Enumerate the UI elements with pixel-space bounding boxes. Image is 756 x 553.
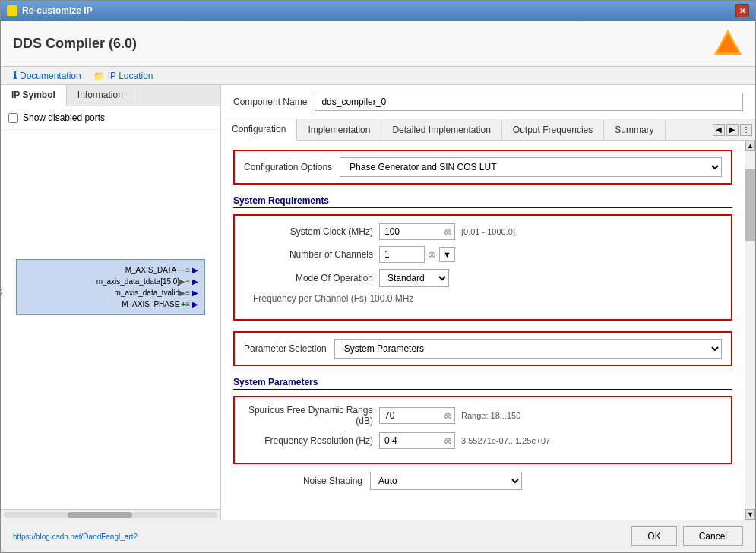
component-name-label: Component Name xyxy=(233,96,307,107)
noise-shaping-select[interactable]: Auto None Dithering xyxy=(370,472,522,490)
window-icon xyxy=(7,5,17,16)
h-scroll-track[interactable] xyxy=(4,512,217,518)
main-window: Re-customize IP ✕ DDS Compiler (6.0) ℹ D… xyxy=(0,0,756,553)
ip-location-link[interactable]: 📁 IP Location xyxy=(93,71,153,81)
nav-bar: ℹ Documentation 📁 IP Location xyxy=(1,67,755,85)
config-content: Configuration Options Phase Generator an… xyxy=(221,141,745,520)
ok-button[interactable]: OK xyxy=(631,526,676,546)
sfdr-range: Range: 18...150 xyxy=(461,411,520,420)
left-panel: IP Symbol Information Show disabled port… xyxy=(1,85,221,520)
port-hash-3: ≡ xyxy=(185,277,190,286)
tab-output-frequencies[interactable]: Output Frequencies xyxy=(502,120,604,140)
documentation-label: Documentation xyxy=(20,71,81,81)
v-scroll-track[interactable] xyxy=(745,151,755,509)
system-params-header: System Parameters xyxy=(233,377,732,390)
system-requirements-box: System Clock (MHz) ⊗ [0.01 - 1000.0] Num… xyxy=(233,214,732,321)
left-tab-bar: IP Symbol Information xyxy=(1,85,220,106)
m-axis-data-minus[interactable]: — xyxy=(176,266,184,274)
num-channels-clear-btn[interactable]: ⊗ xyxy=(428,249,436,261)
content-area: IP Symbol Information Show disabled port… xyxy=(1,85,755,520)
ip-symbol-area: lk M_AXIS_DATA — ≡ m_axis_data_tdata[15:… xyxy=(1,130,220,509)
tab-arrow-left[interactable]: ◀ xyxy=(713,124,725,136)
config-tabs: Configuration Implementation Detailed Im… xyxy=(221,119,755,141)
sfdr-clear-btn[interactable]: ⊗ xyxy=(444,411,452,421)
port-tvalid-label: m_axis_data_tvalid xyxy=(115,289,180,297)
tab-implementation[interactable]: Implementation xyxy=(297,120,381,140)
config-options-label: Configuration Options xyxy=(244,162,332,172)
port-tdata-label: m_axis_data_tdata[15:0] xyxy=(96,277,180,286)
port-tvalid: m_axis_data_tvalid ▶ ≡ xyxy=(20,287,201,299)
freq-res-range: 3.55271e-07...1.25e+07 xyxy=(461,436,550,445)
tab-summary[interactable]: Summary xyxy=(604,120,665,140)
system-params-box: Spurious Free Dynamic Range (dB) ⊗ Range… xyxy=(233,396,732,464)
port-hash-5: ≡ xyxy=(185,289,190,297)
system-clock-clear-btn[interactable]: ⊗ xyxy=(444,227,452,237)
system-clock-range: [0.01 - 1000.0] xyxy=(461,227,515,236)
noise-shaping-label: Noise Shaping xyxy=(233,476,362,486)
tab-information[interactable]: Information xyxy=(67,85,134,106)
lk-label: lk xyxy=(1,287,2,295)
param-selection-row: Parameter Selection System Parameters Ha… xyxy=(233,331,732,366)
num-channels-row: Number of Channels ⊗ ▼ xyxy=(244,246,722,263)
port-hash-2: ▶ xyxy=(179,277,185,286)
sfdr-label: Spurious Free Dynamic Range (dB) xyxy=(244,405,373,426)
show-disabled-ports-checkbox[interactable] xyxy=(8,113,18,123)
tab-configuration[interactable]: Configuration xyxy=(221,119,297,141)
cancel-button[interactable]: Cancel xyxy=(683,526,743,546)
port-hash-6: ≡ xyxy=(185,300,190,308)
documentation-link[interactable]: ℹ Documentation xyxy=(13,70,81,81)
system-requirements-header: System Requirements xyxy=(233,195,732,208)
channels-controls: ⊗ ▼ xyxy=(379,246,455,263)
freq-res-clear-btn[interactable]: ⊗ xyxy=(444,436,452,446)
mode-of-operation-row: Mode Of Operation Standard Rasterized xyxy=(244,269,722,287)
v-scrollbar[interactable]: ▲ ▼ xyxy=(745,141,755,520)
show-disabled-ports-row: Show disabled ports xyxy=(1,106,220,130)
config-options-select[interactable]: Phase Generator and SIN COS LUT Phase Ge… xyxy=(340,157,722,177)
title-bar: Re-customize IP ✕ xyxy=(1,1,755,21)
scroll-up-btn[interactable]: ▲ xyxy=(745,141,755,151)
app-logo xyxy=(713,28,743,58)
port-tdata: m_axis_data_tdata[15:0] ▶ ≡ xyxy=(20,276,201,287)
port-hash-4: ▶ xyxy=(179,289,185,297)
freq-per-channel-info: Frequency per Channel (Fs) 100.0 MHz xyxy=(244,293,722,304)
component-name-input[interactable] xyxy=(315,93,743,111)
app-title: DDS Compiler (6.0) xyxy=(13,36,137,52)
window-title: Re-customize IP xyxy=(22,5,93,16)
port-m-axis-data: M_AXIS_DATA — ≡ xyxy=(20,264,201,276)
h-scroll-thumb xyxy=(68,512,131,518)
tab-menu-btn[interactable]: ⋮ xyxy=(740,124,752,136)
tab-arrow-right[interactable]: ▶ xyxy=(726,124,739,136)
v-scroll-thumb xyxy=(745,169,755,241)
scroll-down-btn[interactable]: ▼ xyxy=(745,509,755,520)
port-hash-1: ≡ xyxy=(185,266,190,274)
sfdr-input-wrapper: ⊗ xyxy=(379,407,455,424)
close-button[interactable]: ✕ xyxy=(735,4,749,17)
tab-ip-symbol[interactable]: IP Symbol xyxy=(1,85,67,106)
port-m-axis-data-label: M_AXIS_DATA xyxy=(125,266,176,274)
param-selection-label: Parameter Selection xyxy=(244,343,327,354)
tab-detailed-implementation[interactable]: Detailed Implementation xyxy=(381,120,501,140)
noise-shaping-row: Noise Shaping Auto None Dithering xyxy=(233,472,732,490)
num-channels-dropdown[interactable]: ▼ xyxy=(439,247,455,262)
mode-of-operation-label: Mode Of Operation xyxy=(244,273,373,283)
mode-of-operation-select[interactable]: Standard Rasterized xyxy=(379,269,449,287)
ip-location-label: IP Location xyxy=(108,71,153,81)
folder-icon: 📁 xyxy=(93,71,105,81)
main-header: DDS Compiler (6.0) xyxy=(1,21,755,67)
footer-note: https://blog.csdn.net/DandFangl_art2 xyxy=(13,526,625,546)
info-icon: ℹ xyxy=(13,70,17,81)
freq-res-input-wrapper: ⊗ xyxy=(379,432,455,449)
config-options-row: Configuration Options Phase Generator an… xyxy=(233,150,732,185)
num-channels-input[interactable] xyxy=(379,246,425,263)
system-clock-row: System Clock (MHz) ⊗ [0.01 - 1000.0] xyxy=(244,223,722,240)
right-panel: Component Name Configuration Implementat… xyxy=(221,85,755,520)
num-channels-label: Number of Channels xyxy=(244,249,373,260)
port-m-axis-phase: M_AXIS_PHASE + ≡ xyxy=(20,299,201,310)
sfdr-row: Spurious Free Dynamic Range (dB) ⊗ Range… xyxy=(244,405,722,426)
param-selection-select[interactable]: System Parameters Hardware Parameters xyxy=(334,339,722,359)
ip-symbol-diagram: M_AXIS_DATA — ≡ m_axis_data_tdata[15:0] … xyxy=(16,259,205,315)
system-clock-input-wrapper: ⊗ xyxy=(379,223,455,240)
h-scrollbar[interactable] xyxy=(1,509,220,520)
show-disabled-ports-label: Show disabled ports xyxy=(23,112,105,123)
tab-arrows: ◀ ▶ ⋮ xyxy=(713,124,755,136)
